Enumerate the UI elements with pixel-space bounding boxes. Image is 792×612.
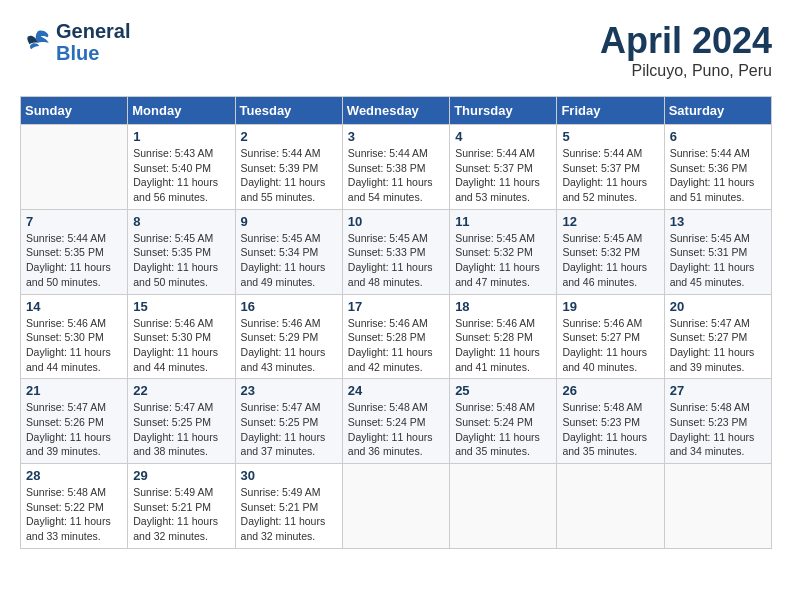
day-number: 29 bbox=[133, 468, 229, 483]
day-info: Sunrise: 5:49 AM Sunset: 5:21 PM Dayligh… bbox=[241, 485, 337, 544]
calendar-cell: 9Sunrise: 5:45 AM Sunset: 5:34 PM Daylig… bbox=[235, 209, 342, 294]
logo: General Blue bbox=[20, 20, 130, 64]
day-info: Sunrise: 5:45 AM Sunset: 5:32 PM Dayligh… bbox=[455, 231, 551, 290]
calendar-cell: 5Sunrise: 5:44 AM Sunset: 5:37 PM Daylig… bbox=[557, 125, 664, 210]
day-info: Sunrise: 5:48 AM Sunset: 5:24 PM Dayligh… bbox=[455, 400, 551, 459]
day-info: Sunrise: 5:45 AM Sunset: 5:33 PM Dayligh… bbox=[348, 231, 444, 290]
calendar-cell: 17Sunrise: 5:46 AM Sunset: 5:28 PM Dayli… bbox=[342, 294, 449, 379]
header-cell-saturday: Saturday bbox=[664, 97, 771, 125]
calendar-cell bbox=[664, 464, 771, 549]
calendar-cell: 24Sunrise: 5:48 AM Sunset: 5:24 PM Dayli… bbox=[342, 379, 449, 464]
calendar-cell: 26Sunrise: 5:48 AM Sunset: 5:23 PM Dayli… bbox=[557, 379, 664, 464]
calendar-cell: 2Sunrise: 5:44 AM Sunset: 5:39 PM Daylig… bbox=[235, 125, 342, 210]
day-number: 13 bbox=[670, 214, 766, 229]
week-row: 28Sunrise: 5:48 AM Sunset: 5:22 PM Dayli… bbox=[21, 464, 772, 549]
day-number: 22 bbox=[133, 383, 229, 398]
day-number: 3 bbox=[348, 129, 444, 144]
title-block: April 2024 Pilcuyo, Puno, Peru bbox=[600, 20, 772, 80]
day-info: Sunrise: 5:46 AM Sunset: 5:27 PM Dayligh… bbox=[562, 316, 658, 375]
day-number: 28 bbox=[26, 468, 122, 483]
day-info: Sunrise: 5:45 AM Sunset: 5:32 PM Dayligh… bbox=[562, 231, 658, 290]
day-info: Sunrise: 5:45 AM Sunset: 5:31 PM Dayligh… bbox=[670, 231, 766, 290]
day-info: Sunrise: 5:48 AM Sunset: 5:22 PM Dayligh… bbox=[26, 485, 122, 544]
day-info: Sunrise: 5:44 AM Sunset: 5:39 PM Dayligh… bbox=[241, 146, 337, 205]
day-number: 20 bbox=[670, 299, 766, 314]
day-number: 11 bbox=[455, 214, 551, 229]
calendar-cell: 25Sunrise: 5:48 AM Sunset: 5:24 PM Dayli… bbox=[450, 379, 557, 464]
calendar-cell: 28Sunrise: 5:48 AM Sunset: 5:22 PM Dayli… bbox=[21, 464, 128, 549]
calendar-cell: 15Sunrise: 5:46 AM Sunset: 5:30 PM Dayli… bbox=[128, 294, 235, 379]
calendar-cell: 23Sunrise: 5:47 AM Sunset: 5:25 PM Dayli… bbox=[235, 379, 342, 464]
week-row: 21Sunrise: 5:47 AM Sunset: 5:26 PM Dayli… bbox=[21, 379, 772, 464]
day-number: 15 bbox=[133, 299, 229, 314]
day-number: 23 bbox=[241, 383, 337, 398]
day-number: 30 bbox=[241, 468, 337, 483]
day-info: Sunrise: 5:44 AM Sunset: 5:35 PM Dayligh… bbox=[26, 231, 122, 290]
week-row: 7Sunrise: 5:44 AM Sunset: 5:35 PM Daylig… bbox=[21, 209, 772, 294]
calendar-cell bbox=[21, 125, 128, 210]
day-number: 10 bbox=[348, 214, 444, 229]
day-info: Sunrise: 5:45 AM Sunset: 5:35 PM Dayligh… bbox=[133, 231, 229, 290]
day-info: Sunrise: 5:44 AM Sunset: 5:37 PM Dayligh… bbox=[562, 146, 658, 205]
logo-general: General bbox=[56, 20, 130, 42]
day-number: 21 bbox=[26, 383, 122, 398]
day-number: 18 bbox=[455, 299, 551, 314]
calendar-cell: 10Sunrise: 5:45 AM Sunset: 5:33 PM Dayli… bbox=[342, 209, 449, 294]
header-cell-wednesday: Wednesday bbox=[342, 97, 449, 125]
header-cell-friday: Friday bbox=[557, 97, 664, 125]
header-cell-sunday: Sunday bbox=[21, 97, 128, 125]
calendar-cell: 19Sunrise: 5:46 AM Sunset: 5:27 PM Dayli… bbox=[557, 294, 664, 379]
calendar-cell: 6Sunrise: 5:44 AM Sunset: 5:36 PM Daylig… bbox=[664, 125, 771, 210]
calendar-cell: 18Sunrise: 5:46 AM Sunset: 5:28 PM Dayli… bbox=[450, 294, 557, 379]
month-title: April 2024 bbox=[600, 20, 772, 62]
logo-blue: Blue bbox=[56, 42, 99, 64]
calendar-cell: 16Sunrise: 5:46 AM Sunset: 5:29 PM Dayli… bbox=[235, 294, 342, 379]
calendar-cell bbox=[342, 464, 449, 549]
day-number: 7 bbox=[26, 214, 122, 229]
day-number: 8 bbox=[133, 214, 229, 229]
day-info: Sunrise: 5:44 AM Sunset: 5:37 PM Dayligh… bbox=[455, 146, 551, 205]
calendar-cell: 3Sunrise: 5:44 AM Sunset: 5:38 PM Daylig… bbox=[342, 125, 449, 210]
day-number: 4 bbox=[455, 129, 551, 144]
calendar-cell: 11Sunrise: 5:45 AM Sunset: 5:32 PM Dayli… bbox=[450, 209, 557, 294]
day-number: 12 bbox=[562, 214, 658, 229]
day-info: Sunrise: 5:45 AM Sunset: 5:34 PM Dayligh… bbox=[241, 231, 337, 290]
header-cell-monday: Monday bbox=[128, 97, 235, 125]
calendar-cell: 22Sunrise: 5:47 AM Sunset: 5:25 PM Dayli… bbox=[128, 379, 235, 464]
day-info: Sunrise: 5:47 AM Sunset: 5:25 PM Dayligh… bbox=[133, 400, 229, 459]
day-number: 17 bbox=[348, 299, 444, 314]
day-number: 16 bbox=[241, 299, 337, 314]
calendar-cell: 14Sunrise: 5:46 AM Sunset: 5:30 PM Dayli… bbox=[21, 294, 128, 379]
calendar-cell: 12Sunrise: 5:45 AM Sunset: 5:32 PM Dayli… bbox=[557, 209, 664, 294]
day-number: 25 bbox=[455, 383, 551, 398]
day-number: 19 bbox=[562, 299, 658, 314]
calendar-cell: 8Sunrise: 5:45 AM Sunset: 5:35 PM Daylig… bbox=[128, 209, 235, 294]
header-cell-tuesday: Tuesday bbox=[235, 97, 342, 125]
day-info: Sunrise: 5:44 AM Sunset: 5:38 PM Dayligh… bbox=[348, 146, 444, 205]
day-info: Sunrise: 5:48 AM Sunset: 5:23 PM Dayligh… bbox=[562, 400, 658, 459]
day-number: 9 bbox=[241, 214, 337, 229]
day-info: Sunrise: 5:46 AM Sunset: 5:28 PM Dayligh… bbox=[348, 316, 444, 375]
calendar-cell: 20Sunrise: 5:47 AM Sunset: 5:27 PM Dayli… bbox=[664, 294, 771, 379]
week-row: 14Sunrise: 5:46 AM Sunset: 5:30 PM Dayli… bbox=[21, 294, 772, 379]
logo-icon bbox=[20, 28, 52, 56]
day-info: Sunrise: 5:48 AM Sunset: 5:23 PM Dayligh… bbox=[670, 400, 766, 459]
day-info: Sunrise: 5:46 AM Sunset: 5:29 PM Dayligh… bbox=[241, 316, 337, 375]
calendar-cell bbox=[450, 464, 557, 549]
day-info: Sunrise: 5:44 AM Sunset: 5:36 PM Dayligh… bbox=[670, 146, 766, 205]
calendar-cell: 27Sunrise: 5:48 AM Sunset: 5:23 PM Dayli… bbox=[664, 379, 771, 464]
calendar-cell: 29Sunrise: 5:49 AM Sunset: 5:21 PM Dayli… bbox=[128, 464, 235, 549]
day-number: 1 bbox=[133, 129, 229, 144]
calendar-cell: 1Sunrise: 5:43 AM Sunset: 5:40 PM Daylig… bbox=[128, 125, 235, 210]
day-info: Sunrise: 5:48 AM Sunset: 5:24 PM Dayligh… bbox=[348, 400, 444, 459]
day-number: 6 bbox=[670, 129, 766, 144]
location: Pilcuyo, Puno, Peru bbox=[600, 62, 772, 80]
week-row: 1Sunrise: 5:43 AM Sunset: 5:40 PM Daylig… bbox=[21, 125, 772, 210]
day-number: 5 bbox=[562, 129, 658, 144]
calendar-cell: 7Sunrise: 5:44 AM Sunset: 5:35 PM Daylig… bbox=[21, 209, 128, 294]
calendar-cell: 21Sunrise: 5:47 AM Sunset: 5:26 PM Dayli… bbox=[21, 379, 128, 464]
calendar-cell bbox=[557, 464, 664, 549]
calendar-cell: 13Sunrise: 5:45 AM Sunset: 5:31 PM Dayli… bbox=[664, 209, 771, 294]
calendar-cell: 30Sunrise: 5:49 AM Sunset: 5:21 PM Dayli… bbox=[235, 464, 342, 549]
day-number: 24 bbox=[348, 383, 444, 398]
